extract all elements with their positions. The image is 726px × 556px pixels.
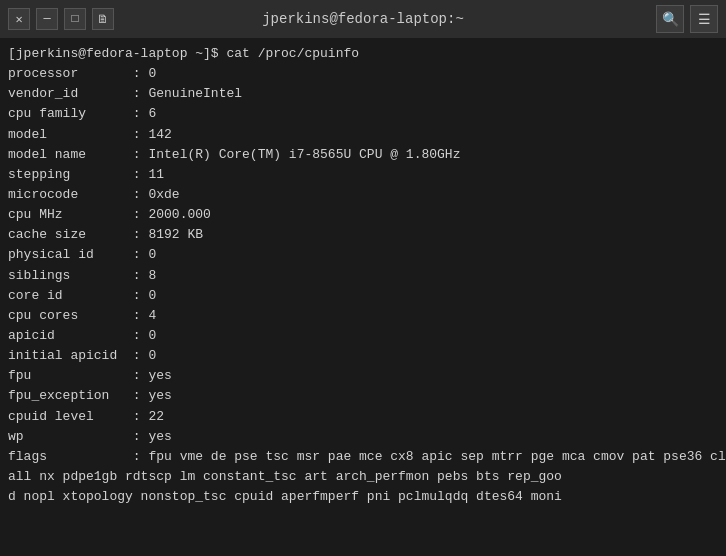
search-icon[interactable]: 🔍 [656,5,684,33]
terminal-line: cpuid level : 22 [8,407,718,427]
maximize-button[interactable]: □ [64,8,86,30]
terminal-line: microcode : 0xde [8,185,718,205]
title-bar-right: 🔍 ☰ [656,5,718,33]
terminal-line: cpu MHz : 2000.000 [8,205,718,225]
terminal-line: flags : fpu vme de pse tsc msr pae mce c… [8,447,718,467]
title-bar: ✕ ─ □ 🗎 jperkins@fedora-laptop:~ 🔍 ☰ [0,0,726,38]
terminal-line: processor : 0 [8,64,718,84]
terminal-line: vendor_id : GenuineIntel [8,84,718,104]
terminal-line: physical id : 0 [8,245,718,265]
terminal-line: all nx pdpe1gb rdtscp lm constant_tsc ar… [8,467,718,487]
minimize-button[interactable]: ─ [36,8,58,30]
terminal-line: siblings : 8 [8,266,718,286]
window-title: jperkins@fedora-laptop:~ [262,11,464,27]
terminal-line: [jperkins@fedora-laptop ~]$ cat /proc/cp… [8,44,718,64]
terminal-line: model : 142 [8,125,718,145]
terminal-line: cpu family : 6 [8,104,718,124]
terminal-line: core id : 0 [8,286,718,306]
terminal-window: ✕ ─ □ 🗎 jperkins@fedora-laptop:~ 🔍 ☰ [jp… [0,0,726,556]
terminal-line: d nopl xtopology nonstop_tsc cpuid aperf… [8,487,718,507]
close-button[interactable]: ✕ [8,8,30,30]
terminal-line: wp : yes [8,427,718,447]
terminal-line: cache size : 8192 KB [8,225,718,245]
terminal-line: cpu cores : 4 [8,306,718,326]
file-button[interactable]: 🗎 [92,8,114,30]
terminal-line: apicid : 0 [8,326,718,346]
title-bar-left: ✕ ─ □ 🗎 [8,8,114,30]
terminal-line: fpu_exception : yes [8,386,718,406]
terminal-line: fpu : yes [8,366,718,386]
terminal-line: stepping : 11 [8,165,718,185]
terminal-content[interactable]: [jperkins@fedora-laptop ~]$ cat /proc/cp… [0,38,726,556]
terminal-line: initial apicid : 0 [8,346,718,366]
menu-icon[interactable]: ☰ [690,5,718,33]
terminal-line: model name : Intel(R) Core(TM) i7-8565U … [8,145,718,165]
